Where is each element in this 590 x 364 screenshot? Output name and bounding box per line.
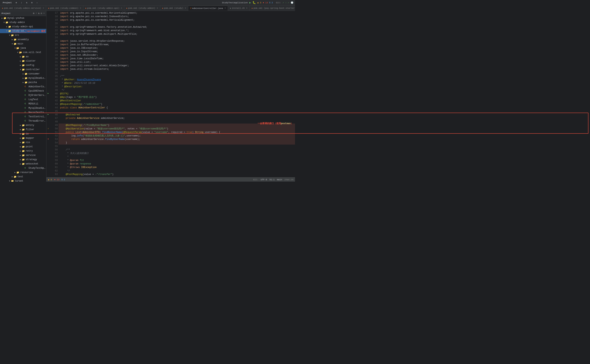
tree-item-logtest[interactable]: C LogTest xyxy=(0,98,46,102)
tree-item-mapper[interactable]: ▶ 📁 mapper xyxy=(0,136,46,140)
tree-item-djorder[interactable]: C DjOrderServiceDr... xyxy=(0,93,46,98)
tree-item-mysqldeadlock[interactable]: ▶ 📁 mysqlDeadLockTe... xyxy=(0,76,46,80)
tab-close-7[interactable]: × xyxy=(246,7,247,9)
sidebar-icon-add[interactable]: ⊕ xyxy=(33,12,34,15)
code-line-19: import org.apache.poi.ss.usermodel.Verti… xyxy=(59,18,295,22)
tree-item-target[interactable]: ▼ 📁 target xyxy=(0,179,46,182)
gutter-42 xyxy=(47,99,50,102)
folder-icon-com-xzll: 📂 xyxy=(19,51,22,54)
sidebar-icon-close[interactable]: — xyxy=(43,12,45,15)
folder-icon-consumer: 📁 xyxy=(25,72,28,75)
tree-item-mysql[interactable]: ▶ 📁 mysql-youhua xyxy=(0,16,46,20)
tree-item-config[interactable]: ▶ 📁 config xyxy=(0,63,46,67)
git-icons: ✓ ↑ ✓ xyxy=(283,1,289,4)
tree-item-entity[interactable]: ▶ 📁 entity xyxy=(0,123,46,127)
tree-item-md5util[interactable]: C MD5Util xyxy=(0,102,46,106)
tab-label-admin-controller: AdminUserController.java xyxy=(192,7,223,10)
run-button[interactable]: ▶ xyxy=(249,1,251,4)
tree-arrow-ao: ▶ xyxy=(19,56,22,58)
tree-item-cluster[interactable]: ▶ 📁 cluster xyxy=(0,59,46,63)
tab-close-4[interactable]: × xyxy=(157,7,158,9)
tab-close-5[interactable]: × xyxy=(185,7,186,9)
tree-item-study-admin[interactable]: ▼ 📁 study-admin xyxy=(0,20,46,25)
status-errors: ● 13 xyxy=(54,178,59,181)
tree-item-assembly[interactable]: ▶ 📁 assembly xyxy=(0,37,46,42)
tree-item-resources[interactable]: ▶ 📁 resources xyxy=(0,170,46,175)
tab-pom-service[interactable]: ◈ pom.xml (study-admin-service) × xyxy=(0,6,46,11)
ln-20: 20 xyxy=(50,22,58,25)
debug-button[interactable]: 🐛 xyxy=(253,1,256,4)
top-icon-sort[interactable]: ↕ xyxy=(20,1,23,4)
tree-item-study-admin-api[interactable]: ▶ 📁 study-admin-api xyxy=(0,25,46,29)
java-icon-djorder: C xyxy=(25,94,28,97)
top-icon-expand[interactable]: ⇅ xyxy=(25,1,28,4)
top-icon-settings[interactable]: ⚙ xyxy=(30,1,34,4)
tree-item-testcontroller[interactable]: C TestController xyxy=(0,115,46,119)
top-icon-sync[interactable]: ⊕ xyxy=(14,1,18,4)
tree-arrow-strategy: ▶ xyxy=(19,158,22,161)
ln-31: 31 xyxy=(50,60,58,64)
project-label[interactable]: Project xyxy=(1,1,13,4)
tree-item-filter[interactable]: ▶ 📁 filter xyxy=(0,127,46,132)
top-icon-minimize[interactable]: — xyxy=(35,1,39,4)
code-content[interactable]: import org.apache.poi.ss.usermodel.Horiz… xyxy=(59,11,295,177)
tree-item-com-xzll[interactable]: ▼ 📂 com.xzll.test xyxy=(0,50,46,55)
tree-item-test[interactable]: ▶ 📁 test xyxy=(0,175,46,179)
tree-item-point[interactable]: ▶ 📁 point xyxy=(0,145,46,149)
tree-item-nacostest[interactable]: C NacosTestControll... xyxy=(0,110,46,115)
ln-45: 45 xyxy=(50,110,58,113)
tree-item-src[interactable]: ▼ 📁 src xyxy=(0,33,46,37)
ln-44: 44 xyxy=(50,106,58,110)
tree-label-config: config xyxy=(26,64,34,67)
tab-close-6[interactable]: × xyxy=(225,7,226,9)
ln-32: 32 xyxy=(50,64,58,67)
tree-label-ao: ao xyxy=(26,55,28,58)
sidebar-icon-settings[interactable]: ⚙ xyxy=(41,12,42,15)
tree-item-controller[interactable]: ▼ 📁 controller xyxy=(0,67,46,72)
tree-item-im[interactable]: ▶ 📁 im xyxy=(0,132,46,136)
tree-item-cpu100[interactable]: C Cpu100Check xyxy=(0,89,46,93)
tab-label-pom-common: pom.xml (study-common) xyxy=(50,7,78,9)
tree-item-studytestapp[interactable]: C StudyTestApplicati... xyxy=(0,166,46,170)
tree-arrow-paicha: ▶ xyxy=(22,81,25,84)
tab-close-3[interactable]: × xyxy=(121,7,122,9)
tab-close-1[interactable]: × xyxy=(43,7,44,9)
code-line-40: @Slf4j xyxy=(59,92,295,96)
sidebar-icon-expand[interactable]: ⇅ xyxy=(38,12,40,15)
tab-close-2[interactable]: × xyxy=(80,7,81,9)
tree-item-threaderrortest[interactable]: C ThreadErrorTestC... xyxy=(0,119,46,123)
gutter-31 xyxy=(47,60,50,64)
gutter-63 xyxy=(47,172,50,176)
tab-pom-api[interactable]: ◈ pom.xml (study-admin-api) × xyxy=(83,6,124,11)
tree-item-nio[interactable]: ▶ 📁 nio xyxy=(0,140,46,145)
tree-item-consumer[interactable]: ▶ 📁 consumer xyxy=(0,72,46,76)
tab-pom-common[interactable]: ◈ pom.xml (study-common) × xyxy=(46,6,83,11)
tree-item-paicha[interactable]: ▶ 📁 paicha xyxy=(0,80,46,84)
tab-pom-admin[interactable]: ◈ pom.xml (study-admin) × xyxy=(124,6,160,11)
tab-admin-controller[interactable]: J AdminUserController.java × xyxy=(188,6,228,11)
tab-install[interactable]: ◈ install.sh × xyxy=(228,6,249,11)
tree-label-service: service xyxy=(26,154,35,157)
editor-area[interactable]: ▶ ▶ ⚠ ● xyxy=(47,11,295,177)
tree-item-main[interactable]: ▼ 📁 main xyxy=(0,42,46,46)
error-badge: ● 13 xyxy=(263,1,268,4)
code-line-61: * @throws IOException xyxy=(59,166,295,169)
sidebar-icon-sort[interactable]: ↕ xyxy=(35,12,37,15)
ln-34: 34 xyxy=(50,71,58,74)
tab-pom-study[interactable]: ◈ pom.xml (study) × xyxy=(160,6,188,11)
tree-item-retry[interactable]: ▶ 📁 retry xyxy=(0,149,46,153)
tree-item-java[interactable]: ▼ 📂 java xyxy=(0,46,46,50)
tree-label-mapper: mapper xyxy=(26,137,34,140)
tree-item-mysqldeadlockc[interactable]: C MysqlDeadLockC... xyxy=(0,106,46,110)
tab-pom-pay[interactable]: ◈ pom.xml (pay-spring-boot-starter) × xyxy=(249,6,295,11)
tree-item-ao[interactable]: ▶ 📁 ao xyxy=(0,55,46,59)
tree-item-study-admin-service[interactable]: ▼ 📁 study-admin-service springboot 服务 xyxy=(0,29,46,33)
code-line-17: import org.apache.poi.ss.usermodel.Horiz… xyxy=(59,11,295,15)
folder-icon-test: 📁 xyxy=(14,175,17,178)
tree-item-adminusercontroller[interactable]: C AdminUserContro... xyxy=(0,84,46,89)
tree-item-websocket[interactable]: ▶ 📁 websocket xyxy=(0,162,46,166)
code-line-23: import org.springframework.web.multipart… xyxy=(59,32,295,36)
tree-item-strategy[interactable]: ▶ 📁 strategy xyxy=(0,157,46,162)
tree-item-service[interactable]: ▶ 📁 service xyxy=(0,153,46,157)
info-badge: ℹ 2 xyxy=(269,1,273,4)
